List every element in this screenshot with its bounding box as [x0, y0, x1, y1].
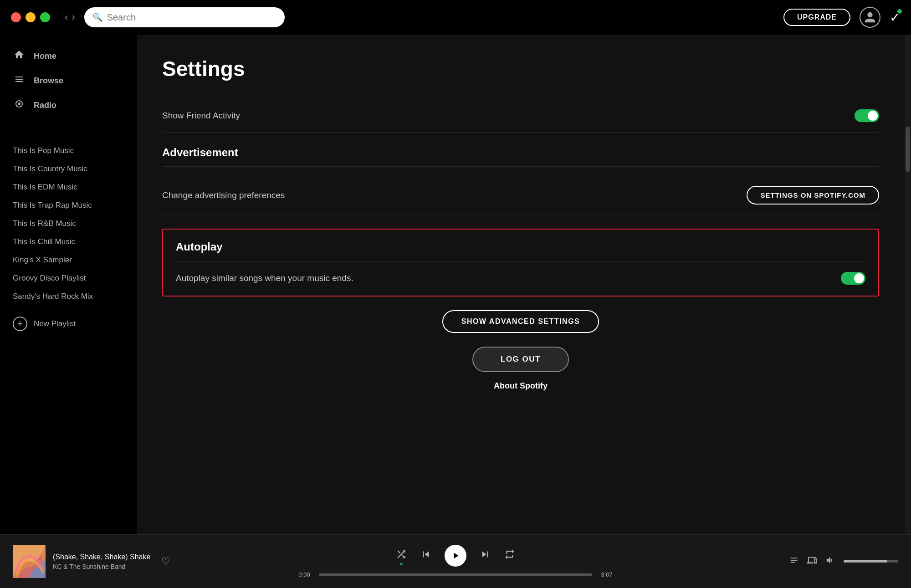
album-art-image — [13, 545, 46, 578]
sidebar-item-radio[interactable]: Radio — [9, 93, 128, 118]
main-layout: Home Browse Radio Th — [0, 35, 911, 534]
track-info: (Shake, Shake, Shake) Shake KC & The Sun… — [53, 553, 150, 570]
scrollbar-track[interactable] — [905, 35, 911, 534]
playlist-item-country[interactable]: This Is Country Music — [11, 161, 126, 177]
friend-activity-toggle-thumb — [868, 111, 878, 121]
friend-activity-label: Show Friend Activity — [162, 111, 240, 121]
sidebar-nav: Home Browse Radio — [0, 44, 137, 118]
progress-bar[interactable] — [319, 573, 592, 576]
advertisement-header: Advertisement — [162, 146, 879, 159]
devices-icon — [807, 555, 817, 565]
playlist-item-groovy-disco[interactable]: Groovy Disco Playlist — [11, 270, 126, 286]
friend-activity-toggle[interactable] — [855, 109, 879, 122]
settings-on-spotify-button[interactable]: SETTINGS ON SPOTIFY.COM — [747, 186, 879, 205]
album-art — [13, 545, 46, 578]
volume-icon — [825, 555, 835, 565]
user-avatar-icon — [864, 11, 876, 24]
now-playing-track: (Shake, Shake, Shake) Shake KC & The Sun… — [13, 545, 186, 578]
playlist-item-pop[interactable]: This Is Pop Music — [11, 143, 126, 159]
advertisement-section: Advertisement Change advertising prefere… — [162, 146, 879, 215]
page-title: Settings — [162, 56, 879, 81]
notification-area[interactable]: ✓ — [890, 10, 900, 25]
sidebar-item-home[interactable]: Home — [9, 44, 128, 68]
about-spotify-link[interactable]: About Spotify — [162, 381, 879, 391]
current-time: 0:00 — [296, 571, 312, 578]
scrollbar-thumb[interactable] — [906, 127, 910, 172]
devices-button[interactable] — [807, 555, 817, 568]
track-name: (Shake, Shake, Shake) Shake — [53, 553, 150, 561]
player-controls: 0:00 3:07 — [186, 545, 725, 578]
home-icon — [13, 49, 26, 63]
previous-icon — [420, 548, 432, 560]
volume-bar[interactable] — [844, 560, 898, 562]
notification-dot — [897, 9, 902, 14]
user-icon[interactable] — [860, 7, 880, 28]
sidebar-divider — [9, 135, 128, 135]
settings-content: Settings Show Friend Activity Advertisem… — [137, 35, 905, 534]
next-icon — [479, 548, 491, 560]
previous-button[interactable] — [420, 548, 432, 563]
like-button[interactable]: ♡ — [161, 556, 170, 568]
shuffle-active-dot — [400, 563, 403, 565]
sidebar-item-home-label: Home — [34, 51, 56, 61]
ad-prefs-label: Change advertising preferences — [162, 190, 285, 200]
shuffle-icon — [395, 548, 407, 560]
repeat-button[interactable] — [504, 548, 516, 563]
shuffle-button[interactable] — [395, 548, 407, 563]
next-button[interactable] — [479, 548, 491, 563]
friend-activity-toggle-track — [855, 109, 879, 122]
repeat-icon — [504, 548, 516, 560]
new-playlist-icon: + — [13, 317, 27, 331]
search-bar[interactable]: 🔍 — [84, 7, 285, 27]
show-advanced-button[interactable]: SHOW ADVANCED SETTINGS — [442, 310, 599, 333]
friend-activity-row: Show Friend Activity — [162, 99, 879, 133]
back-button[interactable]: ‹ — [65, 12, 68, 22]
advertisement-divider — [162, 166, 879, 167]
autoplay-row: Autoplay similar songs when your music e… — [176, 261, 865, 285]
track-artist: KC & The Sunshine Band — [53, 563, 150, 570]
playlist-item-kings-x[interactable]: King's X Sampler — [11, 252, 126, 268]
new-playlist-label: New Playlist — [34, 319, 76, 328]
nav-arrows: ‹ › — [65, 12, 75, 22]
playlist-item-edm[interactable]: This Is EDM Music — [11, 179, 126, 195]
player-buttons — [395, 545, 516, 567]
playlist-item-sandy[interactable]: Sandy's Hard Rock Mix — [11, 288, 126, 305]
traffic-lights — [11, 12, 50, 22]
play-icon — [450, 551, 461, 561]
upgrade-button[interactable]: UPGRADE — [783, 9, 850, 26]
close-button[interactable] — [11, 12, 21, 22]
minimize-button[interactable] — [26, 12, 36, 22]
playlist-item-rnb[interactable]: This Is R&B Music — [11, 215, 126, 232]
friend-activity-section: Show Friend Activity — [162, 99, 879, 133]
logout-button[interactable]: LOG OUT — [472, 347, 569, 372]
titlebar: ‹ › 🔍 UPGRADE ✓ — [0, 0, 911, 35]
play-button[interactable] — [445, 545, 466, 567]
radio-icon — [13, 98, 26, 112]
autoplay-toggle[interactable] — [841, 272, 865, 285]
autoplay-header: Autoplay — [176, 240, 865, 253]
autoplay-toggle-thumb — [854, 273, 864, 283]
volume-button[interactable] — [825, 555, 835, 568]
search-icon: 🔍 — [92, 12, 102, 22]
playlist-item-chill[interactable]: This Is Chill Music — [11, 234, 126, 250]
autoplay-label: Autoplay similar songs when your music e… — [176, 273, 353, 283]
autoplay-toggle-track — [841, 272, 865, 285]
volume-bar-fill — [844, 560, 887, 562]
queue-icon — [789, 555, 799, 565]
forward-button[interactable]: › — [72, 12, 75, 22]
queue-button[interactable] — [789, 555, 799, 568]
autoplay-section: Autoplay Autoplay similar songs when you… — [162, 229, 879, 297]
total-time: 3:07 — [599, 571, 615, 578]
sidebar-item-radio-label: Radio — [34, 101, 56, 110]
progress-row: 0:00 3:07 — [296, 571, 615, 578]
sidebar: Home Browse Radio Th — [0, 35, 137, 534]
new-playlist-button[interactable]: + New Playlist — [0, 310, 137, 337]
player-right-controls — [725, 555, 898, 568]
maximize-button[interactable] — [40, 12, 50, 22]
titlebar-right: UPGRADE ✓ — [783, 7, 900, 28]
ad-prefs-row: Change advertising preferences SETTINGS … — [162, 176, 879, 215]
album-art-svg — [13, 545, 46, 578]
search-input[interactable] — [107, 12, 276, 23]
playlist-item-trap-rap[interactable]: This Is Trap Rap Music — [11, 197, 126, 214]
sidebar-item-browse[interactable]: Browse — [9, 68, 128, 93]
